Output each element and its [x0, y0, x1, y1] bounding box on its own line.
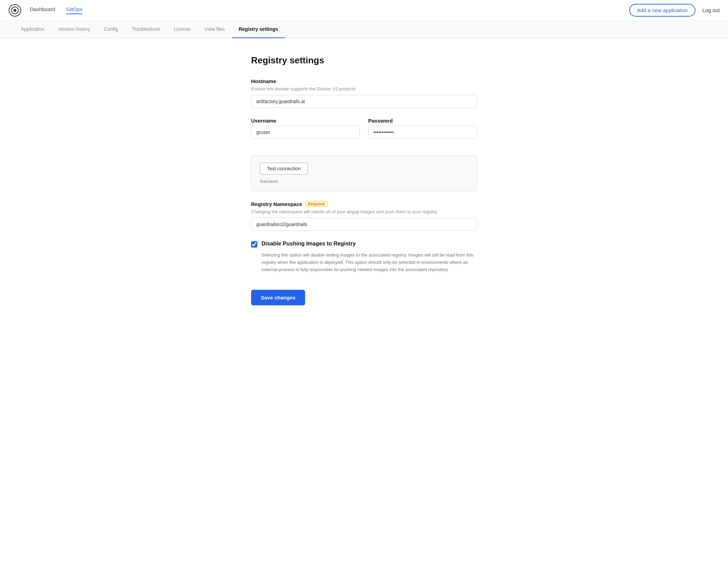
- tab-view-files[interactable]: View files: [197, 21, 232, 38]
- hostname-section: Hostname Ensure this domain supports the…: [251, 78, 477, 108]
- tab-config[interactable]: Config: [97, 21, 125, 38]
- username-section: Username: [251, 118, 360, 139]
- nav-gitops[interactable]: GitOps: [66, 6, 82, 14]
- tab-application[interactable]: Application: [14, 21, 52, 38]
- tab-registry-settings[interactable]: Registry settings: [232, 21, 285, 38]
- logout-button[interactable]: Log out: [702, 7, 720, 13]
- nav-dashboard[interactable]: Dashboard: [30, 6, 55, 14]
- hostname-hint: Ensure this domain supports the Docker V…: [251, 86, 477, 91]
- password-section: Password: [368, 118, 477, 139]
- username-label: Username: [251, 118, 360, 124]
- tab-license[interactable]: License: [167, 21, 197, 38]
- add-new-application-button[interactable]: Add a new application: [629, 4, 695, 17]
- username-input[interactable]: [251, 126, 360, 139]
- tab-troubleshoot[interactable]: Troubleshoot: [125, 21, 167, 38]
- disable-pushing-checkbox[interactable]: [251, 241, 257, 248]
- logo: [8, 4, 21, 17]
- sub-nav: Application Version history Config Troub…: [0, 21, 728, 38]
- disable-pushing-row: Disable Pushing Images to Registry: [251, 241, 477, 248]
- top-nav: Dashboard GitOps Add a new application L…: [0, 0, 728, 21]
- disable-pushing-label: Disable Pushing Images to Registry: [261, 241, 356, 247]
- save-changes-button[interactable]: Save changes: [251, 290, 305, 305]
- test-connection-box: Test connection Success!: [251, 155, 477, 191]
- test-connection-button[interactable]: Test connection: [260, 163, 308, 174]
- svg-point-2: [14, 9, 16, 12]
- hostname-label: Hostname: [251, 78, 477, 84]
- registry-namespace-hint: Changing the namespace will rewrite all …: [251, 209, 477, 214]
- connection-status: Success!: [260, 179, 468, 184]
- tab-version-history[interactable]: Version history: [52, 21, 97, 38]
- required-badge: Required: [305, 201, 328, 207]
- hostname-input[interactable]: [251, 95, 477, 108]
- registry-namespace-section: Registry Namespace Required Changing the…: [251, 201, 477, 231]
- disable-pushing-section: Disable Pushing Images to Registry Selec…: [251, 241, 477, 273]
- password-input[interactable]: [368, 126, 477, 139]
- disable-pushing-description: Selecting this option will disable writi…: [261, 252, 477, 273]
- registry-namespace-input[interactable]: [251, 218, 477, 231]
- page-title: Registry settings: [251, 55, 477, 66]
- main-nav-links: Dashboard GitOps: [30, 6, 629, 14]
- password-label: Password: [368, 118, 477, 124]
- registry-namespace-label: Registry Namespace Required: [251, 201, 477, 207]
- main-content: Registry settings Hostname Ensure this d…: [243, 38, 485, 333]
- top-nav-actions: Add a new application Log out: [629, 4, 720, 17]
- credentials-row: Username Password: [251, 118, 477, 149]
